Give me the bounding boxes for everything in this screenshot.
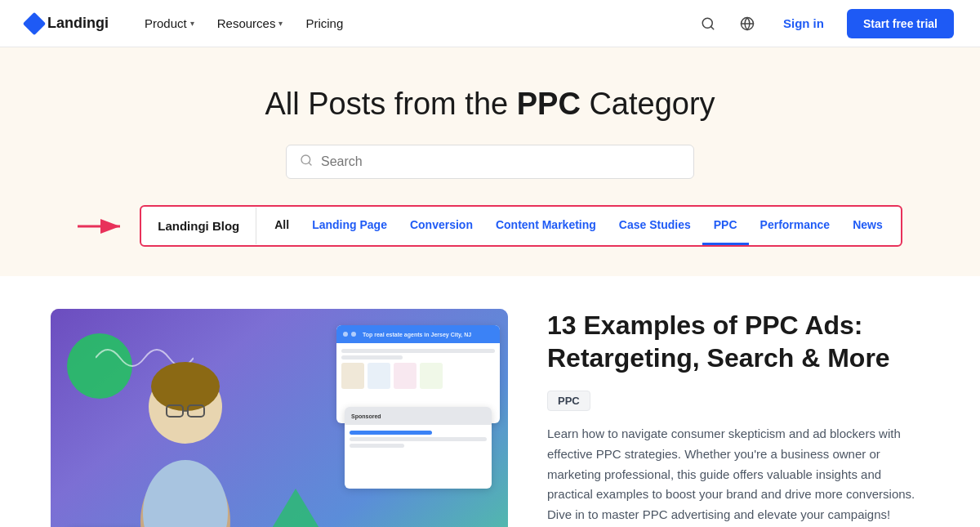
nav-product-label: Product: [145, 16, 187, 30]
person-svg: [124, 342, 247, 527]
screenshot-card-2: Sponsored: [345, 407, 492, 489]
post-content: 13 Examples of PPC Ads: Retargeting, Sea…: [547, 309, 929, 527]
card-dot: [351, 332, 356, 337]
search-bar-icon: [300, 154, 313, 170]
logo[interactable]: Landingi: [26, 15, 109, 32]
svg-line-1: [710, 26, 713, 29]
person-figure: [124, 342, 247, 527]
post-image[interactable]: Top real estate agents in Jersey City, N…: [51, 309, 508, 527]
post-image-inner: Top real estate agents in Jersey City, N…: [51, 309, 508, 527]
svg-point-11: [151, 362, 220, 411]
start-trial-button[interactable]: Start free trial: [847, 9, 954, 38]
card-item: [368, 363, 390, 389]
cat-item-performance[interactable]: Performance: [749, 207, 842, 245]
cat-item-all[interactable]: All: [263, 207, 301, 245]
card-dot: [343, 332, 348, 337]
card-item: [341, 363, 364, 389]
logo-text: Landingi: [47, 15, 109, 32]
cat-item-conversion[interactable]: Conversion: [399, 207, 484, 245]
card-header-text: Sponsored: [351, 413, 381, 419]
nav-links: Product ▾ Resources ▾ Pricing: [135, 11, 695, 35]
card-line: [350, 437, 487, 441]
nav-product[interactable]: Product ▾: [135, 11, 204, 35]
card-title: Top real estate agents in Jersey City, N…: [363, 332, 471, 337]
card-item: [394, 363, 416, 389]
search-bar[interactable]: [286, 145, 694, 179]
category-nav-wrapper: Landingi Blog All Landing Page Conversio…: [26, 205, 954, 247]
search-icon-button[interactable]: [695, 11, 721, 37]
screenshot-cards: Top real estate agents in Jersey City, N…: [304, 325, 500, 489]
card-header: Top real estate agents in Jersey City, N…: [336, 325, 500, 343]
page-title: All Posts from the PPC Category: [26, 87, 954, 122]
card-item: [420, 363, 443, 389]
cat-item-case-studies[interactable]: Case Studies: [608, 207, 702, 245]
arrow-indicator: [78, 215, 127, 238]
card-grid: [341, 363, 495, 389]
globe-icon: [740, 16, 755, 31]
nav-right: Sign in Start free trial: [695, 9, 954, 38]
hero-section: All Posts from the PPC Category Landingi…: [0, 47, 980, 276]
post-description: Learn how to navigate consumer skepticis…: [547, 424, 929, 525]
nav-pricing[interactable]: Pricing: [296, 11, 353, 35]
logo-diamond-icon: [23, 11, 46, 34]
card-header-2: Sponsored: [345, 407, 492, 425]
cat-item-landing-page[interactable]: Landing Page: [301, 207, 399, 245]
nav-pricing-label: Pricing: [305, 16, 343, 30]
blog-label: Landingi Blog: [141, 208, 256, 244]
category-items: All Landing Page Conversion Content Mark…: [256, 207, 901, 245]
post-tag[interactable]: PPC: [547, 391, 590, 411]
chevron-down-icon: ▾: [190, 19, 194, 28]
card-body: [336, 343, 500, 392]
sign-in-button[interactable]: Sign in: [773, 11, 834, 35]
cat-item-ppc[interactable]: PPC: [702, 207, 749, 245]
cat-item-news[interactable]: News: [841, 207, 894, 245]
globe-icon-button[interactable]: [734, 11, 760, 37]
triangle-decoration: [247, 489, 345, 527]
navbar: Landingi Product ▾ Resources ▾ Pricing S…: [0, 0, 980, 47]
cat-item-content-marketing[interactable]: Content Marketing: [484, 207, 608, 245]
card-line: [341, 355, 403, 360]
main-content: Top real estate agents in Jersey City, N…: [24, 309, 956, 527]
svg-line-5: [309, 163, 311, 165]
card-line: [350, 431, 432, 435]
search-icon: [701, 16, 715, 31]
card-body-2: [345, 425, 492, 453]
post-title: 13 Examples of PPC Ads: Retargeting, Sea…: [547, 309, 929, 374]
nav-resources-label: Resources: [217, 16, 276, 30]
arrow-right-icon: [78, 215, 127, 238]
svg-point-10: [143, 460, 228, 527]
search-input[interactable]: [321, 154, 680, 169]
card-line: [350, 444, 404, 448]
category-nav: Landingi Blog All Landing Page Conversio…: [140, 205, 902, 247]
chevron-down-icon: ▾: [278, 19, 283, 28]
card-line: [341, 349, 495, 353]
nav-resources[interactable]: Resources ▾: [207, 11, 293, 35]
